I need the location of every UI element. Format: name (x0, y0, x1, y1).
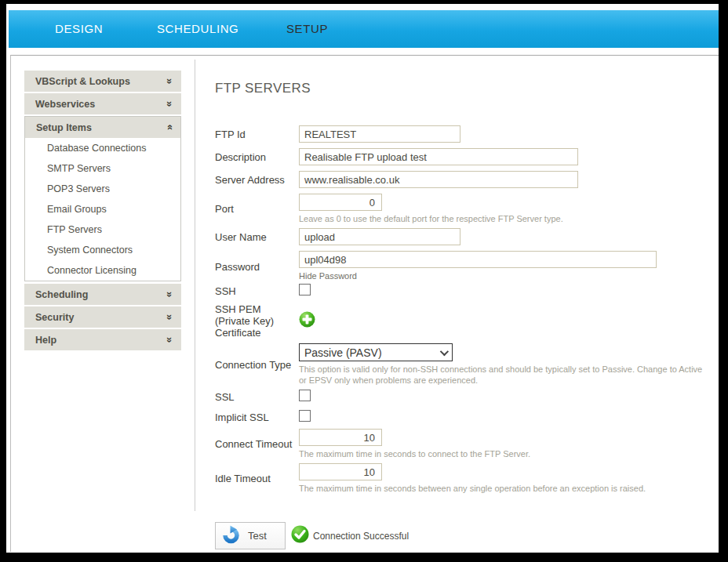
content-panel: VBScript & Lookups » Webservices » Setup… (10, 55, 719, 552)
ssl-checkbox[interactable] (299, 390, 311, 401)
chevron-down-icon: » (164, 101, 176, 107)
sidebar-item-database-connections[interactable]: Database Connections (25, 138, 180, 158)
description-input[interactable] (299, 148, 578, 165)
plus-circle-icon[interactable] (299, 311, 315, 328)
sidebar-section-label: Webservices (35, 99, 95, 110)
form-row-connection-type: Connection Type Passive (PASV) This opti… (215, 343, 711, 386)
form-row-implicit-ssl: Implicit SSL (215, 410, 711, 425)
user-name-input[interactable] (299, 228, 460, 245)
sidebar-section-label: Setup Items (36, 122, 92, 133)
connection-type-select[interactable]: Passive (PASV) (299, 343, 453, 361)
port-input[interactable] (299, 194, 382, 211)
sidebar-item-pop3-servers[interactable]: POP3 Servers (25, 179, 180, 199)
form-row-ssl: SSL (215, 390, 711, 404)
sidebar-item-system-connectors[interactable]: System Connectors (25, 240, 180, 260)
idle-timeout-label: Idle Timeout (215, 473, 299, 484)
connect-timeout-hint: The maximum time in seconds to connect t… (299, 448, 711, 459)
chevron-down-icon: » (164, 314, 176, 320)
ssl-label: SSL (215, 391, 299, 403)
main-content: FTP SERVERS FTP Id Description Server Ad… (195, 56, 719, 552)
connection-type-hint: This option is valid only for non-SSH co… (299, 364, 711, 386)
sidebar-section-scheduling[interactable]: Scheduling » (24, 284, 181, 305)
refresh-icon (220, 524, 241, 548)
password-input[interactable] (299, 251, 657, 268)
sidebar-section-vbscript-lookups[interactable]: VBScript & Lookups » (24, 71, 181, 92)
form-row-connect-timeout: Connect Timeout The maximum time in seco… (215, 429, 711, 459)
sidebar-item-email-groups[interactable]: Email Groups (25, 199, 180, 219)
nav-tab-setup[interactable]: SETUP (286, 10, 328, 48)
connect-timeout-label: Connect Timeout (215, 438, 299, 450)
connect-timeout-input[interactable] (299, 429, 382, 446)
page-title: FTP SERVERS (215, 81, 711, 96)
connection-status-text: Connection Successful (313, 531, 409, 542)
chevron-down-icon: » (164, 292, 176, 297)
test-button[interactable]: Test (215, 522, 286, 549)
implicit-ssl-label: Implicit SSL (215, 412, 299, 423)
nav-tab-design[interactable]: DESIGN (55, 10, 103, 48)
port-label: Port (215, 203, 299, 215)
check-circle-icon (291, 525, 309, 546)
server-address-input[interactable] (299, 171, 578, 188)
sidebar: VBScript & Lookups » Webservices » Setup… (11, 56, 195, 552)
chevron-down-icon: » (164, 78, 176, 84)
nav-tab-scheduling[interactable]: SCHEDULING (157, 10, 238, 48)
form-row-ftp-id: FTP Id (215, 125, 711, 143)
form-row-description: Description (215, 148, 711, 165)
sidebar-section-label: Help (35, 335, 56, 346)
sidebar-item-smtp-servers[interactable]: SMTP Servers (25, 158, 180, 179)
chevron-down-icon: » (164, 337, 176, 343)
connection-type-label: Connection Type (215, 359, 299, 371)
ssh-checkbox[interactable] (299, 284, 311, 296)
implicit-ssl-checkbox[interactable] (299, 410, 311, 422)
sidebar-section-label: Security (35, 312, 74, 323)
sidebar-section-security[interactable]: Security » (24, 306, 181, 328)
top-navbar: DESIGN SCHEDULING SETUP (9, 10, 719, 48)
sidebar-section-setup-items[interactable]: Setup Items » (25, 117, 180, 138)
idle-timeout-input[interactable] (299, 463, 382, 480)
ssh-label: SSH (215, 285, 299, 297)
password-label: Password (215, 261, 299, 273)
sidebar-section-webservices[interactable]: Webservices » (24, 93, 181, 114)
chevron-up-icon: » (163, 125, 175, 130)
description-label: Description (215, 151, 299, 163)
test-button-label: Test (248, 530, 278, 542)
sidebar-item-ftp-servers[interactable]: FTP Servers (25, 219, 180, 240)
sidebar-section-label: VBScript & Lookups (35, 76, 130, 87)
form-row-password: Password Hide Password (215, 251, 711, 282)
app-window: DESIGN SCHEDULING SETUP VBScript & Looku… (6, 4, 719, 553)
form-row-server-address: Server Address (215, 171, 711, 188)
ssh-pem-label: SSH PEM (Private Key) Certificate (215, 303, 299, 339)
sidebar-section-setup-items-group: Setup Items » Database Connections SMTP … (24, 116, 181, 281)
form-row-ssh-pem: SSH PEM (Private Key) Certificate (215, 303, 711, 339)
dropdown-chevron-icon (440, 346, 449, 355)
sidebar-section-label: Scheduling (35, 289, 88, 300)
connection-type-value: Passive (PASV) (304, 346, 382, 359)
ftp-id-input[interactable] (299, 125, 460, 143)
form-row-user-name: User Name (215, 228, 711, 245)
user-name-label: User Name (215, 231, 299, 243)
server-address-label: Server Address (215, 174, 299, 186)
form-row-idle-timeout: Idle Timeout The maximum time in seconds… (215, 463, 711, 494)
hide-password-link[interactable]: Hide Password (299, 271, 357, 281)
form-row-port: Port Leave as 0 to use the default port … (215, 194, 711, 224)
idle-timeout-hint: The maximum time in seconds between any … (299, 483, 711, 494)
sidebar-item-connector-licensing[interactable]: Connector Licensing (25, 260, 180, 281)
sidebar-section-help[interactable]: Help » (24, 329, 181, 350)
ftp-id-label: FTP Id (215, 129, 299, 140)
test-row: Test (215, 522, 711, 549)
form-row-ssh: SSH (215, 284, 711, 299)
port-hint: Leave as 0 to use the default port for t… (299, 213, 711, 224)
connection-status: Connection Successful (291, 525, 409, 546)
